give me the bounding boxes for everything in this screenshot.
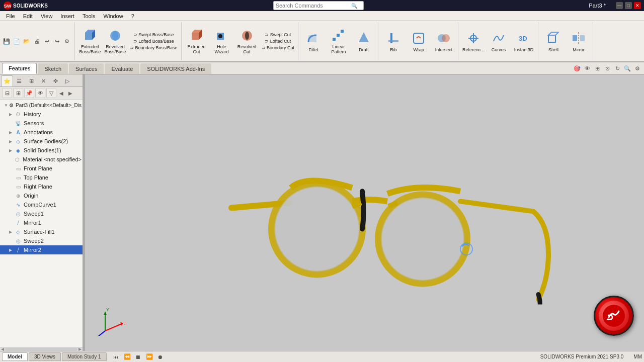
tree-item-annotations[interactable]: ▶ A Annotations <box>0 128 83 137</box>
toolbar-open-btn[interactable]: 📂 <box>22 37 31 46</box>
panel-tab-featuretree[interactable]: ⭐ <box>1 75 13 86</box>
linear-pattern-button[interactable]: LinearPattern <box>327 23 351 59</box>
extruded-bossbase-button[interactable]: ExtrudedBoss/Base <box>78 23 102 59</box>
maximize-button[interactable]: □ <box>625 2 632 9</box>
extruded-cut-button[interactable]: ExtrudedCut <box>185 23 209 59</box>
next-frame-btn[interactable]: ⏩ <box>145 352 154 361</box>
search-commands-box[interactable]: 🔍 <box>273 1 364 10</box>
boundary-bossbase-button[interactable]: ⊃ Boundary Boss/Base <box>128 45 179 51</box>
tree-item-right-plane[interactable]: ▶ ▭ Right Plane <box>0 182 83 191</box>
panel-expand-btn[interactable]: ⊞ <box>13 88 23 98</box>
panel-nav-back[interactable]: ◀ <box>57 89 65 97</box>
view-display-btn[interactable]: 👁 <box>583 64 592 73</box>
3d-viewport[interactable]: X Y Z <box>85 74 644 351</box>
panel-tab-config[interactable]: ⊞ <box>25 75 37 86</box>
view-hide-btn[interactable]: ⊞ <box>593 64 602 73</box>
menu-help[interactable]: ? <box>127 12 138 20</box>
panel-pin-btn[interactable]: 📌 <box>24 88 34 98</box>
toolbar-redo-btn[interactable]: ↪ <box>52 37 61 46</box>
prev-frame-btn[interactable]: ⏪ <box>123 352 132 361</box>
tree-item-sweep1[interactable]: ▶ ◎ Sweep1 <box>0 209 83 218</box>
menu-insert[interactable]: Insert <box>56 12 78 20</box>
scroll-right-btn[interactable]: ▶ <box>78 347 82 351</box>
tree-item-origin[interactable]: ▶ ⊕ Origin <box>0 191 83 200</box>
revolved-cut-button[interactable]: RevolvedCut <box>235 23 259 59</box>
stop-btn[interactable]: ⏹ <box>134 352 143 361</box>
panel-tab-dim[interactable]: ✕ <box>37 75 49 86</box>
view-orientations-btn[interactable]: 🎯 <box>573 64 582 73</box>
swept-cut-button[interactable]: ⊃ Swept Cut <box>260 32 296 38</box>
bottom-tab-motionstudy[interactable]: Motion Study 1 <box>62 352 107 361</box>
curves-button[interactable]: Curves <box>487 23 511 59</box>
tree-item-solid-bodies[interactable]: ▶ ◆ Solid Bodies(1) <box>0 146 83 155</box>
tree-item-history[interactable]: ▶ ⏱ History <box>0 110 83 119</box>
toolbar-new-btn[interactable]: 📄 <box>12 37 21 46</box>
tab-evaluate[interactable]: Evaluate <box>105 63 139 74</box>
revolved-bossbase-button[interactable]: RevolvedBoss/Base <box>103 23 127 59</box>
boundary-cut-button[interactable]: ⊃ Boundary Cut <box>260 45 296 51</box>
tree-item-front-plane[interactable]: ▶ ▭ Front Plane <box>0 164 83 173</box>
lofted-bossbase-button[interactable]: ⊃ Lofted Boss/Base <box>128 38 179 44</box>
intersect-button[interactable]: Intersect <box>432 23 456 59</box>
tree-item-sweep2[interactable]: ▶ ◎ Sweep2 <box>0 236 83 245</box>
tree-item-mirror1[interactable]: ▶ ⧸ Mirror1 <box>0 218 83 227</box>
toolbar-options-btn[interactable]: ⚙ <box>62 37 71 46</box>
tab-sketch[interactable]: Sketch <box>38 63 68 74</box>
menu-tools[interactable]: Tools <box>78 12 100 20</box>
record-btn[interactable]: ⏺ <box>156 352 165 361</box>
minimize-button[interactable]: — <box>616 2 623 9</box>
shell-button[interactable]: Shell <box>541 23 566 59</box>
close-button[interactable]: ✕ <box>634 2 641 9</box>
panel-tab-propertyman[interactable]: ☰ <box>13 75 25 86</box>
menu-file[interactable]: File <box>2 12 19 20</box>
search-commands-input[interactable] <box>276 3 351 9</box>
tree-item-material[interactable]: ▶ ⬡ Material <not specified> <box>0 155 83 164</box>
hole-wizard-button[interactable]: HoleWizard <box>210 23 234 59</box>
scroll-track[interactable] <box>5 348 77 351</box>
panel-tab-play[interactable]: ▷ <box>61 75 73 86</box>
tab-features[interactable]: Features <box>2 63 37 74</box>
tree-item-compcurve1[interactable]: ▶ ∿ CompCurve1 <box>0 200 83 209</box>
wrap-button[interactable]: Wrap <box>407 23 431 59</box>
toolbar-group-cut: ExtrudedCut HoleWizard RevolvedCut ⊃ Swe… <box>183 22 299 60</box>
scroll-left-btn[interactable]: ◀ <box>1 347 4 351</box>
panel-tab-markup[interactable]: ✜ <box>49 75 61 86</box>
draft-button[interactable]: Draft <box>352 23 376 59</box>
view-rotate-btn[interactable]: ↻ <box>613 64 622 73</box>
panel-nav-fwd[interactable]: ▶ <box>66 89 74 97</box>
linear-pattern-icon <box>331 28 347 44</box>
toolbar-undo-btn[interactable]: ↩ <box>42 37 51 46</box>
tab-addins[interactable]: SOLIDWORKS Add-Ins <box>140 63 211 74</box>
bottom-tab-3dviews[interactable]: 3D Views <box>29 352 61 361</box>
fillet-button[interactable]: Fillet <box>301 23 326 59</box>
menu-edit[interactable]: Edit <box>19 12 37 20</box>
lofted-cut-button[interactable]: ⊃ Lofted Cut <box>260 38 296 44</box>
menu-view[interactable]: View <box>37 12 57 20</box>
tree-item-top-plane[interactable]: ▶ ▭ Top Plane <box>0 173 83 182</box>
tree-item-sensors[interactable]: ▶ 📡 Sensors <box>0 119 83 128</box>
toolbar-print-btn[interactable]: 🖨 <box>32 37 41 46</box>
panel-filter-btn[interactable]: ▽ <box>46 88 56 98</box>
panel-collapse-btn[interactable]: ⊟ <box>2 88 12 98</box>
sw-logo-inner <box>599 301 629 331</box>
bottom-tab-model[interactable]: Model <box>2 352 28 361</box>
bottom-tab-bar: Model 3D Views Motion Study 1 <box>2 352 108 361</box>
tree-item-mirror2[interactable]: ▶ ⧸ Mirror2 <box>0 245 83 254</box>
play-btn[interactable]: ⏮ <box>112 352 121 361</box>
tab-surfaces[interactable]: Surfaces <box>69 63 104 74</box>
tree-item-part3[interactable]: ▼ ⚙ Part3 (Default<<Default>_Dis <box>0 101 83 110</box>
view-section-btn[interactable]: ⊙ <box>603 64 612 73</box>
instant3d-button[interactable]: 3D Instant3D <box>512 23 536 59</box>
panel-display-btn[interactable]: 👁 <box>35 88 45 98</box>
svg-rect-20 <box>388 40 398 42</box>
reference-button[interactable]: Referenc... <box>461 23 486 59</box>
swept-bossbase-button[interactable]: ⊃ Swept Boss/Base <box>128 32 179 38</box>
toolbar-save-btn[interactable]: 💾 <box>2 37 11 46</box>
tree-item-surface-bodies[interactable]: ▶ ◇ Surface Bodies(2) <box>0 137 83 146</box>
rib-button[interactable]: Rib <box>381 23 406 59</box>
menu-window[interactable]: Window <box>100 12 127 20</box>
view-zoom-btn[interactable]: 🔍 <box>623 64 632 73</box>
tree-item-surface-fill1[interactable]: ▶ ◇ Surface-Fill1 <box>0 227 83 236</box>
view-settings-btn[interactable]: ⚙ <box>633 64 642 73</box>
mirror-button[interactable]: Mirror <box>567 23 591 59</box>
